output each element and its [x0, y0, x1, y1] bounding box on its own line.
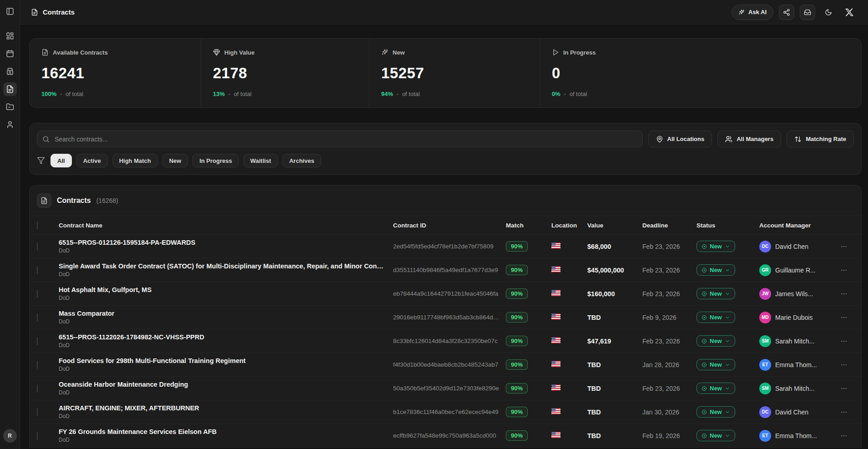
panel-left-icon: [6, 7, 14, 15]
circle-dot-icon: [701, 291, 707, 297]
row-checkbox[interactable]: [37, 361, 38, 369]
sidebar-item-fax[interactable]: [3, 65, 17, 78]
col-location: Location: [551, 222, 587, 229]
table-row[interactable]: 6515--PROS-012126-1595184-PA-EDWARDS DoD…: [30, 235, 861, 258]
row-checkbox[interactable]: [37, 384, 38, 393]
row-menu-button[interactable]: [834, 385, 854, 392]
contract-org: DoD: [59, 295, 385, 301]
circle-dot-icon: [701, 244, 707, 249]
chevron-down-icon: [725, 338, 730, 344]
user-avatar[interactable]: R: [3, 429, 17, 443]
status-badge[interactable]: New: [696, 359, 735, 370]
filter-pill-new[interactable]: New: [162, 154, 188, 167]
status-badge[interactable]: New: [696, 406, 735, 418]
ask-ai-label: Ask AI: [748, 9, 767, 15]
status-badge[interactable]: New: [696, 312, 735, 323]
row-checkbox[interactable]: [37, 337, 38, 345]
stat-percent: 13%: [213, 91, 225, 97]
ask-ai-button[interactable]: Ask AI: [732, 5, 773, 20]
chevron-down-icon: [725, 409, 730, 415]
table-row[interactable]: 6515--PROS-1122026-1784982-NC-VHSS-PPRD …: [30, 329, 861, 353]
col-account-manager: Account Manager: [759, 222, 834, 229]
dot-separator: •: [564, 91, 566, 97]
table-row[interactable]: Single Award Task Order Contract (SATOC)…: [30, 258, 861, 282]
sidebar-item-dashboard[interactable]: [3, 29, 17, 43]
dashboard-icon: [6, 32, 14, 40]
stat-value: 16241: [41, 65, 189, 82]
sidebar-item-calendar[interactable]: [3, 47, 17, 61]
status-badge[interactable]: New: [696, 264, 735, 276]
contract-deadline: Feb 23, 2026: [642, 267, 696, 274]
row-menu-button[interactable]: [834, 267, 854, 274]
row-menu-button[interactable]: [834, 290, 854, 298]
manager-name: Sarah Mitch...: [775, 338, 814, 345]
circle-dot-icon: [701, 338, 707, 344]
ellipsis-icon: [840, 338, 848, 345]
theme-toggle-button[interactable]: [821, 5, 836, 20]
row-menu-button[interactable]: [834, 432, 854, 439]
status-badge[interactable]: New: [696, 335, 735, 347]
filter-pill-active[interactable]: Active: [76, 154, 108, 167]
row-menu-button[interactable]: [834, 409, 854, 416]
contract-org: DoD: [59, 318, 385, 325]
sidebar-item-folder[interactable]: [3, 100, 17, 114]
select-all-checkbox[interactable]: [37, 222, 38, 229]
status-badge[interactable]: New: [696, 288, 735, 299]
row-checkbox[interactable]: [37, 242, 38, 251]
inbox-button[interactable]: [800, 5, 815, 20]
contract-value: $45,000,000: [587, 267, 642, 274]
row-checkbox[interactable]: [37, 432, 38, 440]
row-menu-button[interactable]: [834, 314, 854, 321]
contract-id: d35511140b9846f5a49edf1a7677d3e9: [393, 267, 506, 273]
contract-org: DoD: [59, 342, 385, 348]
contract-org: DoD: [59, 366, 385, 372]
row-menu-button[interactable]: [834, 243, 854, 250]
status-badge[interactable]: New: [696, 383, 735, 394]
managers-filter-label: All Managers: [737, 136, 773, 142]
chevron-down-icon: [725, 433, 730, 439]
row-checkbox[interactable]: [37, 313, 38, 322]
table-row[interactable]: FY 26 Grounds Maintenance Services Eiels…: [30, 424, 861, 448]
stat-suffix: of total: [234, 91, 252, 97]
filter-pill-archives[interactable]: Archives: [283, 154, 321, 167]
ellipsis-icon: [840, 290, 848, 298]
table-row[interactable]: Mass Comparator DoD 29016eb9117748bf963d…: [30, 306, 861, 329]
sidebar-item-user[interactable]: [3, 118, 17, 131]
sidebar-nav: [3, 29, 17, 131]
top-header: Contracts Ask AI: [20, 0, 868, 25]
status-badge[interactable]: New: [696, 430, 735, 441]
col-contract-id: Contract ID: [393, 222, 506, 229]
table-row[interactable]: Hot Asphalt Mix, Gulfport, MS DoD eb7844…: [30, 282, 861, 306]
play-icon: [552, 49, 559, 56]
table-row[interactable]: Oceanside Harbor Maintenance Dredging Do…: [30, 377, 861, 400]
inbox-icon: [804, 9, 811, 16]
row-menu-button[interactable]: [834, 361, 854, 368]
status-badge[interactable]: New: [696, 241, 735, 252]
row-checkbox[interactable]: [37, 290, 38, 298]
contract-value: TBD: [587, 409, 642, 416]
share-button[interactable]: [779, 5, 794, 20]
col-contract-name: Contract Name: [59, 222, 393, 229]
row-checkbox[interactable]: [37, 408, 38, 416]
locations-filter-button[interactable]: All Locations: [648, 131, 712, 147]
filter-pill-all[interactable]: All: [50, 154, 72, 167]
filter-pill-waitlist[interactable]: Waitlist: [243, 154, 278, 167]
search-input[interactable]: [37, 131, 643, 147]
manager-avatar: ET: [759, 359, 771, 371]
filter-pill-in-progress[interactable]: In Progress: [192, 154, 239, 167]
row-menu-button[interactable]: [834, 338, 854, 345]
matching-rate-sort-button[interactable]: Matching Rate: [787, 131, 854, 147]
x-logo-button[interactable]: [842, 5, 857, 20]
sidebar-item-file-text[interactable]: [3, 82, 17, 96]
table-row[interactable]: AIRCRAFT, ENGINE; MIXER, AFTERBURNER DoD…: [30, 400, 861, 424]
us-flag-icon: [551, 242, 560, 249]
manager-name: Guillaume R...: [775, 267, 816, 274]
table-row[interactable]: Food Services for 298th Multi-Functional…: [30, 353, 861, 377]
managers-filter-button[interactable]: All Managers: [717, 131, 781, 147]
locations-filter-label: All Locations: [667, 136, 705, 142]
filter-pill-high-match[interactable]: High Match: [112, 154, 158, 167]
fax-icon: [6, 67, 14, 76]
sidebar-toggle-button[interactable]: [3, 5, 17, 18]
row-checkbox[interactable]: [37, 266, 38, 274]
funnel-icon: [37, 156, 45, 165]
